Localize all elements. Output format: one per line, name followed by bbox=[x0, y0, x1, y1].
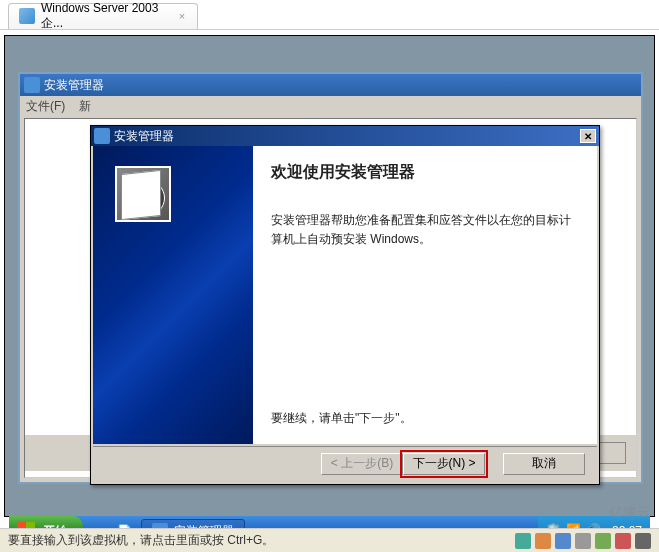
menu-file[interactable]: 文件(F) bbox=[26, 98, 65, 115]
back-button: < 上一步(B) bbox=[321, 453, 403, 475]
statusbar-icons bbox=[515, 533, 651, 549]
wizard-app-icon bbox=[94, 128, 110, 144]
menu-partial[interactable]: 新 bbox=[79, 98, 91, 115]
tab-favicon-icon bbox=[19, 8, 35, 24]
sb-icon-4[interactable] bbox=[575, 533, 591, 549]
sb-icon-3[interactable] bbox=[555, 533, 571, 549]
wizard-title-text: 安装管理器 bbox=[114, 128, 174, 145]
parent-title-text: 安装管理器 bbox=[44, 77, 104, 94]
parent-titlebar[interactable]: 安装管理器 bbox=[20, 74, 641, 96]
wizard-description: 安装管理器帮助您准备配置集和应答文件以在您的目标计算机上自动预安装 Window… bbox=[271, 211, 573, 249]
sb-icon-6[interactable] bbox=[615, 533, 631, 549]
browser-tab[interactable]: Windows Server 2003 企... × bbox=[8, 3, 198, 29]
statusbar-hint: 要直接输入到该虚拟机，请点击里面或按 Ctrl+G。 bbox=[8, 532, 274, 549]
wizard-titlebar[interactable]: 安装管理器 ✕ bbox=[91, 126, 599, 146]
vm-desktop: 安装管理器 文件(F) 新 步(N) > 安装管理器 ✕ 欢迎使用安装 bbox=[4, 35, 655, 517]
wizard-body: 欢迎使用安装管理器 安装管理器帮助您准备配置集和应答文件以在您的目标计算机上自动… bbox=[93, 146, 597, 444]
close-icon[interactable]: ✕ bbox=[580, 129, 596, 143]
cancel-button[interactable]: 取消 bbox=[503, 453, 585, 475]
wizard-continue-hint: 要继续，请单击"下一步"。 bbox=[271, 409, 573, 428]
sb-icon-7[interactable] bbox=[635, 533, 651, 549]
tab-title: Windows Server 2003 企... bbox=[41, 1, 163, 32]
setup-disc-icon bbox=[115, 166, 171, 222]
browser-tab-bar: Windows Server 2003 企... × bbox=[0, 0, 659, 30]
wizard-dialog: 安装管理器 ✕ 欢迎使用安装管理器 安装管理器帮助您准备配置集和应答文件以在您的… bbox=[90, 125, 600, 485]
parent-menubar[interactable]: 文件(F) 新 bbox=[20, 96, 641, 116]
wizard-side-panel bbox=[93, 146, 253, 444]
app-icon bbox=[24, 77, 40, 93]
vm-statusbar: 要直接输入到该虚拟机，请点击里面或按 Ctrl+G。 bbox=[0, 528, 659, 552]
wizard-heading: 欢迎使用安装管理器 bbox=[271, 162, 573, 183]
sb-icon-2[interactable] bbox=[535, 533, 551, 549]
wizard-button-row: < 上一步(B) 下一步(N) > 取消 bbox=[93, 446, 597, 480]
wizard-content: 欢迎使用安装管理器 安装管理器帮助您准备配置集和应答文件以在您的目标计算机上自动… bbox=[253, 146, 597, 444]
sb-icon-1[interactable] bbox=[515, 533, 531, 549]
next-button[interactable]: 下一步(N) > bbox=[403, 453, 485, 475]
sb-icon-5[interactable] bbox=[595, 533, 611, 549]
watermark: 亿速云 bbox=[609, 504, 651, 522]
tab-close-icon[interactable]: × bbox=[177, 10, 187, 22]
